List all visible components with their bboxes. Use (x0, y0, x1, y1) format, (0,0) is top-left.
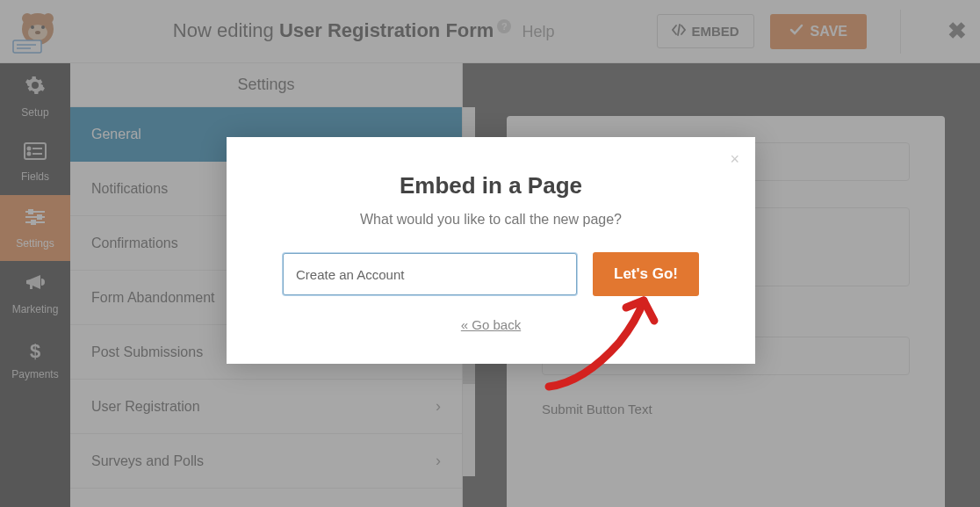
go-back-link[interactable]: « Go back (461, 317, 521, 332)
app-root: Now editing User Registration Form? Help… (0, 0, 980, 507)
modal-back-row: « Go back (270, 317, 711, 333)
page-name-input[interactable] (283, 253, 577, 295)
modal-subtitle: What would you like to call the new page… (270, 212, 711, 228)
modal-title: Embed in a Page (270, 172, 711, 199)
modal-close-icon[interactable]: × (730, 150, 739, 169)
modal-input-row: Let's Go! (270, 252, 711, 296)
lets-go-button[interactable]: Let's Go! (593, 252, 699, 296)
embed-modal: × Embed in a Page What would you like to… (227, 137, 755, 364)
